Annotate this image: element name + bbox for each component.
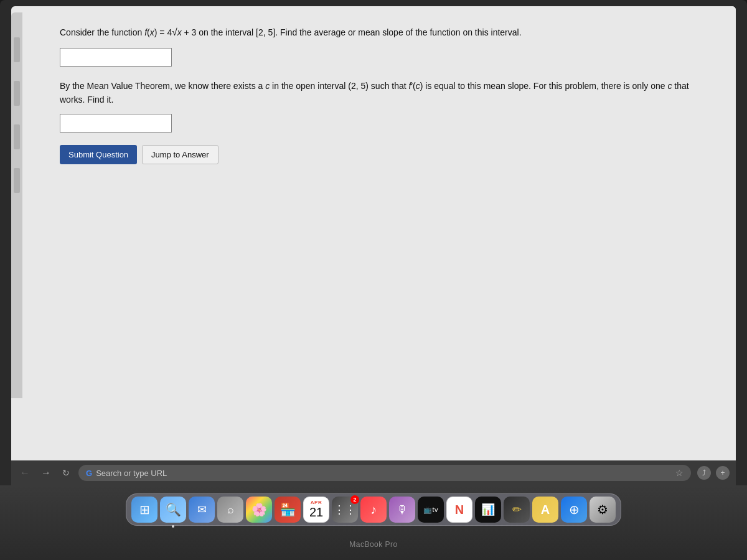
side-tab-1 <box>14 37 20 62</box>
store-icon: 🏪 <box>280 502 296 517</box>
appletv-icon: 📺tv <box>423 506 438 514</box>
pages-icon: A <box>541 503 550 517</box>
sysprefs-icon: ⚙ <box>597 502 608 517</box>
answer-input-1[interactable] <box>60 48 172 67</box>
dock-item-podcasts[interactable]: 🎙 <box>389 497 415 523</box>
music-icon: ♪ <box>370 503 377 517</box>
stocks-icon: 📊 <box>481 503 495 516</box>
url-text: Search or type URL <box>96 469 167 478</box>
dock-item-store[interactable]: 🏪 <box>275 497 301 523</box>
new-tab-button[interactable]: + <box>716 466 730 480</box>
share-button[interactable]: ⤴ <box>697 466 711 480</box>
finder-dot <box>172 525 174 528</box>
dock-item-calendar[interactable]: APR 21 <box>303 497 329 523</box>
podcasts-icon: 🎙 <box>397 503 408 516</box>
dock-item-pages[interactable]: A <box>532 497 558 523</box>
question-part1-text: Consider the function f(x) = 4√x + 3 on … <box>60 25 705 40</box>
dock-item-controlcenter[interactable]: ⋮⋮ 2 <box>332 497 358 523</box>
news-icon: N <box>455 503 464 517</box>
dock-item-sysprefs[interactable]: ⚙ <box>590 497 616 523</box>
bookmark-star-icon[interactable]: ☆ <box>675 468 684 478</box>
calendar-display: APR 21 <box>304 500 329 519</box>
dock-item-news[interactable]: N <box>446 497 472 523</box>
mail-icon: ✉ <box>197 503 207 516</box>
url-bar[interactable]: G Search or type URL ☆ <box>78 465 691 481</box>
dock-item-keynote[interactable]: ✏ <box>504 497 530 523</box>
reload-button[interactable]: ↻ <box>60 468 72 478</box>
controlcenter-icon: ⋮⋮ <box>334 503 356 516</box>
back-button[interactable]: ← <box>17 467 32 478</box>
macbook-label: MacBook Pro <box>349 540 398 549</box>
spotlight-icon: ⌕ <box>227 503 234 516</box>
keynote-icon: ✏ <box>512 503 522 516</box>
side-decorations <box>11 12 22 398</box>
browser-content: Consider the function f(x) = 4√x + 3 on … <box>11 6 736 479</box>
appstore-icon: ⊕ <box>569 502 580 517</box>
jump-to-answer-button[interactable]: Jump to Answer <box>142 145 218 164</box>
photos-icon: 🌸 <box>251 502 267 517</box>
forward-button[interactable]: → <box>39 467 54 478</box>
side-tab-2 <box>14 81 20 106</box>
dock-item-appstore[interactable]: ⊕ <box>561 497 587 523</box>
finder-icon: 🔍 <box>166 502 181 517</box>
controlcenter-badge: 2 <box>350 495 359 504</box>
dock-item-photos[interactable]: 🌸 <box>246 497 272 523</box>
dock-item-appletv[interactable]: 📺tv <box>418 497 444 523</box>
calendar-day: 21 <box>309 505 323 519</box>
url-right-icons: ⤴ + <box>697 466 730 480</box>
dock-item-spotlight[interactable]: ⌕ <box>217 497 243 523</box>
side-tab-3 <box>14 124 20 149</box>
dock-item-finder[interactable]: 🔍 <box>160 497 186 523</box>
dock-item-music[interactable]: ♪ <box>360 497 387 523</box>
macbook-bottom: ⊞ 🔍 ✉ ⌕ 🌸 🏪 APR 21 <box>0 485 747 560</box>
buttons-row: Submit Question Jump to Answer <box>60 145 705 164</box>
dock-item-mail[interactable]: ✉ <box>189 497 215 523</box>
launchpad-icon: ⊞ <box>139 502 150 517</box>
submit-question-button[interactable]: Submit Question <box>60 145 137 164</box>
question-part2-text: By the Mean Value Theorem, we know there… <box>60 79 705 107</box>
answer-input-2[interactable] <box>60 114 172 133</box>
browser-bottom-bar: ← → ↻ G Search or type URL ☆ ⤴ + <box>11 460 736 485</box>
dock: ⊞ 🔍 ✉ ⌕ 🌸 🏪 APR 21 <box>126 493 621 526</box>
side-tab-4 <box>14 168 20 193</box>
google-icon: G <box>86 469 92 478</box>
page-content: Consider the function f(x) = 4√x + 3 on … <box>22 6 736 479</box>
dock-item-launchpad[interactable]: ⊞ <box>131 497 157 523</box>
calendar-month: APR <box>311 500 322 505</box>
dock-item-stocks[interactable]: 📊 <box>475 497 501 523</box>
